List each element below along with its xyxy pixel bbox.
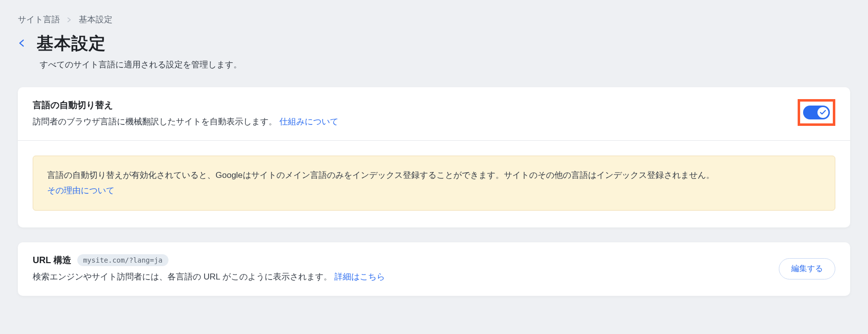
url-structure-section: URL 構造 mysite.com/?lang=ja 検索エンジンやサイト訪問者… (18, 242, 850, 295)
warning-text: 言語の自動切り替えが有効化されていると、Googleはサイトのメイン言語のみをイ… (47, 170, 714, 180)
url-structure-card: URL 構造 mysite.com/?lang=ja 検索エンジンやサイト訪問者… (18, 242, 850, 295)
url-structure-title: URL 構造 (33, 254, 71, 266)
back-arrow-icon[interactable] (18, 37, 26, 50)
auto-switch-card: 言語の自動切り替え 訪問者のブラウザ言語に機械翻訳したサイトを自動表示します。 … (18, 87, 850, 227)
page-subtitle: すべてのサイト言語に適用される設定を管理します。 (40, 59, 850, 70)
auto-switch-header-section: 言語の自動切り替え 訪問者のブラウザ言語に機械翻訳したサイトを自動表示します。 … (18, 87, 850, 141)
breadcrumb-current: 基本設定 (79, 14, 112, 25)
url-desc-text: 検索エンジンやサイト訪問者には、各言語の URL がこのように表示されます。 (33, 272, 332, 281)
page-header: 基本設定 (18, 32, 850, 55)
check-icon (820, 109, 826, 116)
page-title: 基本設定 (37, 32, 106, 55)
url-example-pill: mysite.com/?lang=ja (77, 254, 168, 266)
toggle-knob (817, 107, 828, 118)
warning-box: 言語の自動切り替えが有効化されていると、Googleはサイトのメイン言語のみをイ… (33, 156, 835, 211)
toggle-highlight-box (798, 99, 835, 126)
url-structure-description: 検索エンジンやサイト訪問者には、各言語の URL がこのように表示されます。 詳… (33, 270, 769, 283)
warning-reason-link[interactable]: その理由について (47, 186, 114, 195)
warning-section: 言語の自動切り替えが有効化されていると、Googleはサイトのメイン言語のみをイ… (18, 141, 850, 227)
breadcrumb-parent-link[interactable]: サイト言語 (18, 14, 60, 25)
chevron-right-icon (67, 16, 72, 24)
auto-switch-title: 言語の自動切り替え (33, 99, 788, 111)
auto-switch-description: 訪問者のブラウザ言語に機械翻訳したサイトを自動表示します。 仕組みについて (33, 115, 788, 128)
breadcrumb: サイト言語 基本設定 (18, 14, 850, 25)
auto-switch-learn-more-link[interactable]: 仕組みについて (279, 117, 338, 126)
auto-switch-toggle[interactable] (803, 106, 830, 119)
url-details-link[interactable]: 詳細はこちら (334, 272, 385, 281)
auto-switch-desc-text: 訪問者のブラウザ言語に機械翻訳したサイトを自動表示します。 (33, 117, 277, 126)
edit-button[interactable]: 編集する (779, 258, 835, 279)
